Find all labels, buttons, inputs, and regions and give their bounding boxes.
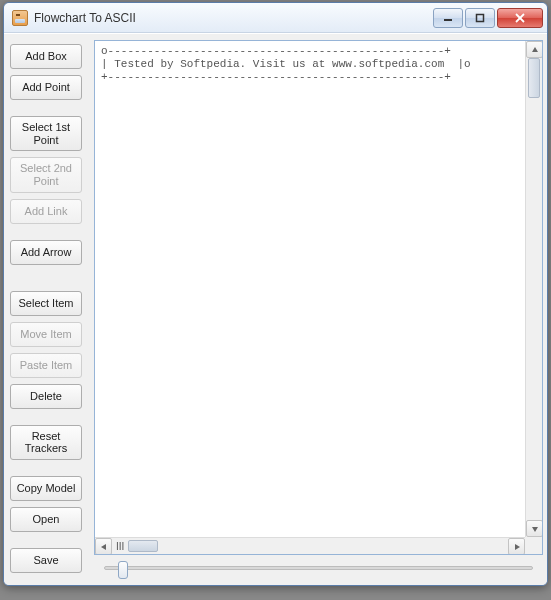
spacer (10, 271, 88, 285)
add-arrow-button[interactable]: Add Arrow (10, 240, 82, 265)
hscroll-thumb[interactable] (128, 540, 158, 552)
move-item-button[interactable]: Move Item (10, 322, 82, 347)
spacer (10, 415, 88, 419)
app-window: Flowchart To ASCII Add Box Add Point Sel… (3, 2, 548, 586)
open-button[interactable]: Open (10, 507, 82, 532)
copy-model-button[interactable]: Copy Model (10, 476, 82, 501)
svg-marker-7 (515, 544, 520, 550)
delete-button[interactable]: Delete (10, 384, 82, 409)
svg-rect-1 (477, 14, 484, 21)
chevron-left-icon (100, 543, 108, 551)
select-2nd-point-button[interactable]: Select 2nd Point (10, 157, 82, 192)
minimize-button[interactable] (433, 8, 463, 28)
chevron-down-icon (531, 525, 539, 533)
zoom-slider-thumb[interactable] (118, 561, 128, 579)
window-controls (431, 8, 543, 28)
horizontal-scrollbar[interactable]: III (95, 537, 525, 554)
paste-item-button[interactable]: Paste Item (10, 353, 82, 378)
vertical-scrollbar[interactable] (525, 41, 542, 537)
select-item-button[interactable]: Select Item (10, 291, 82, 316)
zoom-slider-track[interactable] (104, 566, 533, 570)
canvas-line: | Tested by Softpedia. Visit us at www.s… (101, 58, 471, 70)
scroll-left-button[interactable] (95, 538, 112, 555)
client-area: Add Box Add Point Select 1st Point Selec… (4, 33, 547, 585)
ascii-canvas[interactable]: o---------------------------------------… (95, 41, 542, 554)
main-panel: o---------------------------------------… (94, 40, 543, 581)
spacer (10, 466, 88, 470)
app-icon (12, 10, 28, 26)
scroll-down-button[interactable] (526, 520, 543, 537)
sidebar: Add Box Add Point Select 1st Point Selec… (10, 40, 88, 581)
add-point-button[interactable]: Add Point (10, 75, 82, 100)
spacer (10, 230, 88, 234)
maximize-icon (475, 13, 485, 23)
save-button[interactable]: Save (10, 548, 82, 573)
canvas-container: o---------------------------------------… (94, 40, 543, 555)
spacer (10, 106, 88, 110)
vscroll-track[interactable] (526, 58, 542, 520)
add-link-button[interactable]: Add Link (10, 199, 82, 224)
chevron-up-icon (531, 46, 539, 54)
canvas-line: +---------------------------------------… (101, 71, 451, 83)
spacer (10, 538, 88, 542)
scroll-right-button[interactable] (508, 538, 525, 555)
scroll-corner (525, 537, 542, 554)
maximize-button[interactable] (465, 8, 495, 28)
svg-marker-5 (532, 527, 538, 532)
minimize-icon (443, 13, 453, 23)
reset-trackers-button[interactable]: Reset Trackers (10, 425, 82, 460)
close-icon (515, 13, 525, 23)
select-1st-point-button[interactable]: Select 1st Point (10, 116, 82, 151)
hscroll-track[interactable] (128, 538, 508, 554)
add-box-button[interactable]: Add Box (10, 44, 82, 69)
scroll-up-button[interactable] (526, 41, 543, 58)
svg-marker-4 (532, 47, 538, 52)
canvas-line: o---------------------------------------… (101, 45, 451, 57)
zoom-slider-bar (94, 555, 543, 581)
chevron-right-icon (513, 543, 521, 551)
svg-marker-6 (101, 544, 106, 550)
close-button[interactable] (497, 8, 543, 28)
vscroll-thumb[interactable] (528, 58, 540, 98)
hscroll-label: III (112, 541, 128, 552)
titlebar[interactable]: Flowchart To ASCII (4, 3, 547, 33)
window-title: Flowchart To ASCII (34, 11, 431, 25)
